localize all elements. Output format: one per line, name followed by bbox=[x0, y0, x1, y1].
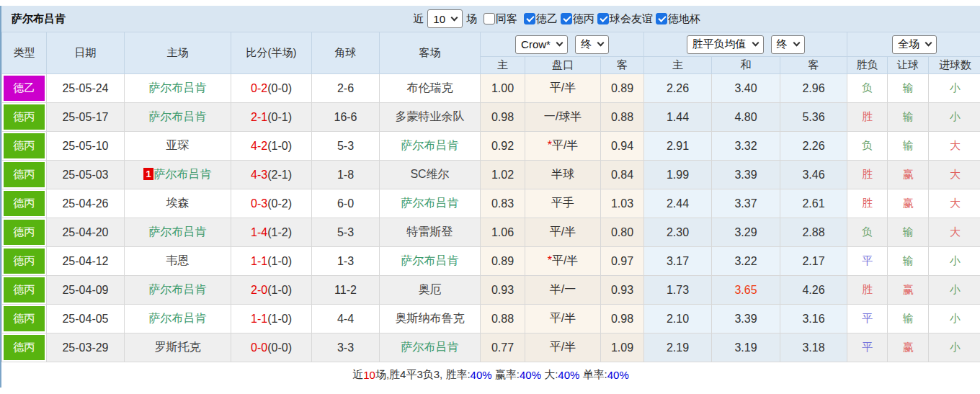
corner-cell: 3-3 bbox=[312, 333, 380, 362]
same-venue-label: 同客 bbox=[496, 12, 517, 26]
asia-away-odds-cell: 0.80 bbox=[601, 218, 644, 247]
euro-away-odds-cell: 4.26 bbox=[780, 276, 847, 305]
league-checkbox[interactable] bbox=[561, 13, 572, 24]
asia-line-cell: *平/半 bbox=[525, 132, 601, 161]
away-team-name: 奥斯纳布鲁克 bbox=[396, 312, 465, 324]
asia-line-text: 半球 bbox=[551, 168, 574, 180]
date-cell: 25-04-26 bbox=[47, 189, 125, 218]
chevron-down-icon bbox=[793, 40, 800, 47]
home-team-name: 韦恩 bbox=[166, 254, 190, 267]
goals-result-cell: 大 bbox=[929, 161, 980, 189]
away-team-cell: 奥斯纳布鲁克 bbox=[380, 305, 481, 333]
league-checkbox[interactable] bbox=[524, 13, 535, 24]
summary-segment: 赢率: bbox=[492, 368, 520, 382]
scope-select[interactable]: 全场 bbox=[892, 35, 937, 54]
score-cell: 4-2(1-0) bbox=[231, 132, 312, 161]
away-team-cell: 萨尔布吕肯 bbox=[380, 132, 481, 161]
league-checkbox[interactable] bbox=[597, 13, 609, 24]
league-checkbox-group: 德地杯 bbox=[656, 12, 700, 26]
euro-draw-odds-cell: 3.29 bbox=[712, 218, 780, 247]
result-cell: 胜 bbox=[847, 276, 888, 305]
league-type-cell: 德丙 bbox=[2, 161, 47, 189]
recent-label: 近 bbox=[413, 12, 424, 26]
handicap-result-cell: 输 bbox=[888, 305, 929, 333]
asia-home-odds-cell: 1.06 bbox=[481, 218, 525, 247]
home-team-cell: 罗斯托克 bbox=[125, 333, 231, 362]
fulltime-score: 0-3 bbox=[251, 197, 267, 210]
euro-draw-odds-cell: 3.40 bbox=[712, 74, 780, 103]
summary-bar: 近10场,胜4平3负3, 胜率:40% 赢率:40% 大:40% 单率:40% bbox=[1, 362, 980, 388]
europe-metric-select[interactable]: 胜平负均值 bbox=[687, 35, 764, 54]
league-type-badge: 德丙 bbox=[4, 162, 45, 187]
asia-home-odds-cell: 0.98 bbox=[481, 103, 525, 132]
league-type-cell: 德丙 bbox=[2, 276, 47, 305]
europe-period-value: 终 bbox=[777, 37, 788, 51]
score-cell: 1-1(1-0) bbox=[231, 305, 312, 333]
date-cell: 25-05-17 bbox=[47, 103, 125, 132]
result-cell: 负 bbox=[847, 218, 888, 247]
halftime-score: (1-0) bbox=[267, 313, 292, 325]
asia-home-odds-cell: 0.88 bbox=[481, 305, 525, 333]
asia-home-odds-cell: 0.93 bbox=[481, 276, 525, 305]
col-asia-line: 盘口 bbox=[525, 57, 601, 74]
league-checkbox-label: 德乙 bbox=[536, 12, 558, 26]
asia-line-text: 平/半 bbox=[550, 341, 576, 353]
summary-segment: 近 bbox=[352, 368, 363, 382]
europe-period-select[interactable]: 终 bbox=[771, 35, 805, 54]
league-checkbox[interactable] bbox=[656, 13, 667, 24]
league-type-badge: 德丙 bbox=[4, 104, 45, 130]
result-cell: 负 bbox=[847, 132, 888, 161]
league-type-cell: 德丙 bbox=[2, 189, 47, 218]
europe-metric-value: 胜平负均值 bbox=[692, 37, 747, 51]
away-team-name: SC维尔 bbox=[410, 168, 449, 180]
outcome-group: 全场 bbox=[847, 32, 980, 57]
col-corner: 角球 bbox=[312, 32, 380, 74]
euro-home-odds-cell: 2.91 bbox=[644, 132, 712, 161]
euro-home-odds-cell: 2.10 bbox=[644, 305, 712, 333]
league-type-badge: 德丙 bbox=[4, 277, 45, 303]
home-team-cell: 萨尔布吕肯 bbox=[125, 218, 231, 247]
date-cell: 25-05-10 bbox=[47, 132, 125, 161]
away-team-cell: 奥厄 bbox=[380, 276, 481, 305]
away-team-cell: 布伦瑞克 bbox=[380, 74, 481, 103]
away-team-name: 萨尔布吕肯 bbox=[401, 341, 459, 353]
away-team-cell: 萨尔布吕肯 bbox=[380, 189, 481, 218]
euro-home-odds-cell: 1.73 bbox=[644, 276, 712, 305]
score-cell: 0-0(0-0) bbox=[231, 333, 312, 362]
col-euro-away: 客 bbox=[780, 57, 847, 74]
corner-cell: 1-8 bbox=[312, 161, 380, 189]
asia-period-select[interactable]: 终 bbox=[575, 35, 609, 54]
date-cell: 25-04-12 bbox=[47, 247, 125, 276]
recent-count-select[interactable]: 10 bbox=[427, 9, 463, 28]
table-row: 德丙25-05-10亚琛4-2(1-0)5-3萨尔布吕肯0.92*平/半0.94… bbox=[2, 132, 980, 161]
bookmaker-select[interactable]: Crow* bbox=[515, 35, 568, 54]
euro-draw-odds-cell: 3.65 bbox=[712, 276, 780, 305]
col-type: 类型 bbox=[2, 32, 47, 74]
euro-draw-odds-cell: 3.22 bbox=[712, 247, 780, 276]
date-cell: 25-04-05 bbox=[47, 305, 125, 333]
league-filter-group: 德乙德丙球会友谊德地杯 bbox=[521, 12, 700, 26]
halftime-score: (1-0) bbox=[267, 255, 292, 267]
euro-home-odds-cell: 2.19 bbox=[644, 333, 712, 362]
date-cell: 25-04-09 bbox=[47, 276, 125, 305]
filter-controls: 近 10 场 同客 德乙德丙球会友谊德地杯 bbox=[413, 9, 700, 28]
result-cell: 平 bbox=[847, 247, 888, 276]
league-type-badge: 德丙 bbox=[4, 306, 45, 331]
euro-draw-odds-cell: 3.39 bbox=[712, 161, 780, 189]
date-cell: 25-05-03 bbox=[47, 161, 125, 189]
score-cell: 0-3(0-2) bbox=[231, 189, 312, 218]
asia-away-odds-cell: 0.93 bbox=[601, 276, 644, 305]
summary-segment: 场,胜4平3负3, 胜率: bbox=[375, 368, 471, 382]
asia-line-text: 一/球半 bbox=[544, 110, 582, 122]
col-asia-away: 客 bbox=[601, 57, 644, 74]
league-type-cell: 德丙 bbox=[2, 218, 47, 247]
away-team-name: 萨尔布吕肯 bbox=[401, 139, 459, 151]
same-venue-checkbox[interactable] bbox=[484, 13, 495, 24]
chevron-down-icon bbox=[597, 40, 604, 47]
summary-segment: 40% bbox=[607, 369, 629, 381]
asia-home-odds-cell: 1.00 bbox=[481, 74, 525, 103]
euro-away-odds-cell: 3.16 bbox=[780, 305, 847, 333]
result-cell: 胜 bbox=[847, 103, 888, 132]
home-team-cell: 萨尔布吕肯 bbox=[125, 276, 231, 305]
league-checkbox-group: 德乙 bbox=[524, 12, 558, 26]
